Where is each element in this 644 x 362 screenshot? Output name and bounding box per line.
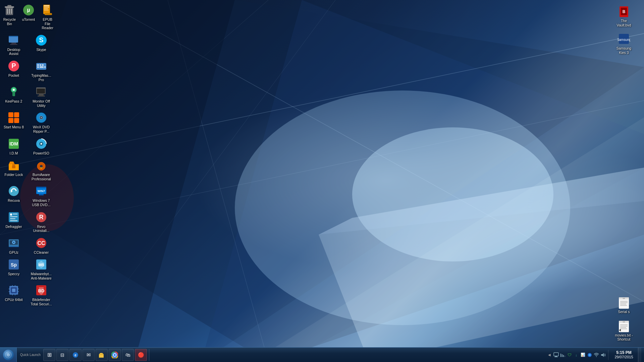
svg-point-49 <box>13 89 15 91</box>
svg-rect-28 <box>44 7 49 8</box>
svg-rect-58 <box>14 118 19 123</box>
svg-rect-90 <box>9 246 19 247</box>
svg-rect-139 <box>554 357 558 357</box>
quick-launch-icons: ⊞ ⊟ e ✉ <box>43 349 149 361</box>
svg-text:txt: txt <box>623 297 625 299</box>
svg-rect-57 <box>8 118 13 123</box>
svg-rect-51 <box>37 88 45 94</box>
svg-rect-53 <box>39 94 44 96</box>
svg-rect-34 <box>11 43 16 44</box>
svg-rect-46 <box>44 66 46 68</box>
svg-rect-27 <box>44 5 49 6</box>
desktop-icon-bitdefender[interactable]: BD Bitdefender Total Securi... <box>28 282 55 307</box>
tray-blue-icon[interactable] <box>587 352 593 358</box>
svg-point-72 <box>9 186 19 196</box>
desktop-icon-recycle-bin[interactable]: Recycle Bin <box>0 2 19 32</box>
start-button[interactable] <box>0 348 17 362</box>
tray-wifi-icon[interactable] <box>593 352 599 358</box>
svg-text:e: e <box>74 353 76 357</box>
taskbar-programs: Quick Launch ⊞ ⊟ e ✉ <box>17 348 282 362</box>
taskbar-store-btn[interactable]: 🛍 <box>122 349 134 361</box>
tray-monitor-icon[interactable] <box>553 352 559 358</box>
svg-rect-143 <box>565 356 565 357</box>
svg-rect-43 <box>42 64 44 66</box>
svg-rect-54 <box>38 96 45 97</box>
svg-rect-80 <box>13 214 17 215</box>
svg-rect-55 <box>8 112 13 117</box>
desktop-icon-cpuz[interactable]: CPUz 64bit <box>0 282 27 307</box>
svg-rect-81 <box>10 216 17 217</box>
desktop-icon-revo[interactable]: R Revo Uninstall... <box>28 209 55 234</box>
desktop-icon-monitor-off[interactable]: Monitor Off Utility <box>28 84 55 109</box>
desktop-icon-malwarebytes[interactable]: MB Malwarebyt... Anti-Malware <box>28 256 55 282</box>
svg-text:CC: CC <box>37 240 45 246</box>
desktop-icon-serial-s[interactable]: txt Serial s <box>609 294 639 315</box>
show-desktop-button[interactable] <box>638 348 641 362</box>
svg-rect-69 <box>13 165 14 166</box>
svg-text:WIN7: WIN7 <box>38 189 45 193</box>
desktop-icon-the-vault[interactable]: B The Vault.bvd <box>609 3 639 28</box>
taskbar-grid-btn[interactable]: ⊟ <box>56 349 68 361</box>
desktop-icon-keepass2[interactable]: KeePass 2 <box>0 84 27 109</box>
desktop-icon-win7-usb[interactable]: WIN7 Windows 7 USB DVD... <box>28 183 55 208</box>
desktop-icon-recuva[interactable]: Recuva <box>0 183 27 208</box>
desktop-icon-defraggler[interactable]: Defraggler <box>0 209 27 234</box>
desktop-icons-right: B The Vault.bvd Samsung Samsung Kies 3 <box>604 0 644 345</box>
desktop-icon-pocket[interactable]: P Pocket <box>0 58 27 83</box>
desktop-icon-folder-lock[interactable]: Folder Lock <box>0 157 27 182</box>
taskbar: Quick Launch ⊞ ⊟ e ✉ <box>0 347 644 362</box>
tray-security-icon[interactable]: 🛡 <box>567 352 573 358</box>
notification-arrow[interactable]: ◀ <box>546 352 552 358</box>
svg-rect-56 <box>14 112 19 117</box>
taskbar-mail-btn[interactable]: ✉ <box>83 349 95 361</box>
taskbar-other-btn[interactable]: 🔴 <box>135 349 147 361</box>
desktop-icon-samsung-kies3[interactable]: Samsung Samsung Kies 3 <box>609 31 639 56</box>
svg-rect-52 <box>36 87 46 88</box>
svg-point-89 <box>13 242 14 243</box>
desktop-icon-epub[interactable]: EPUB File Reader <box>38 2 57 32</box>
wallpaper-decoration <box>0 0 644 362</box>
svg-text:MB: MB <box>38 263 44 267</box>
desktop-icon-start-menu8[interactable]: Start Menu 8 <box>0 110 27 135</box>
desktop-icon-speccy[interactable]: Sp Speccy <box>0 256 27 282</box>
quick-launch-label: Quick Launch <box>18 353 43 357</box>
svg-rect-101 <box>18 289 19 289</box>
svg-text:S: S <box>39 36 43 44</box>
desktop-icon-typingmaster[interactable]: TypingMas... Pro <box>28 58 55 83</box>
svg-rect-104 <box>9 291 10 292</box>
desktop-icon-skype[interactable]: S Skype <box>28 32 55 57</box>
desktop-icon-winx-dvd[interactable]: WinX DVD Ripper P... <box>28 110 55 135</box>
svg-rect-35 <box>10 44 17 45</box>
svg-text:R: R <box>39 214 44 221</box>
svg-text:IDM: IDM <box>9 141 18 146</box>
tray-volume-icon[interactable] <box>600 352 606 358</box>
svg-rect-75 <box>36 187 46 188</box>
svg-point-61 <box>41 117 42 118</box>
tray-chart-icon[interactable]: 📊 <box>580 352 586 358</box>
svg-rect-82 <box>10 218 15 219</box>
taskbar-start-menu8[interactable]: ⊞ <box>43 349 55 361</box>
svg-rect-137 <box>554 353 558 356</box>
tray-network-icon[interactable] <box>560 352 566 358</box>
system-tray: ◀ 🛡 ↓ 📊 <box>544 348 644 362</box>
taskbar-chrome-btn[interactable] <box>109 349 121 361</box>
taskbar-ie-btn[interactable]: e <box>69 349 82 361</box>
svg-rect-48 <box>12 92 15 96</box>
svg-rect-138 <box>555 356 557 357</box>
desktop-icon-burnaware[interactable]: BurnAware Professional <box>28 157 55 182</box>
desktop-icon-ccleaner[interactable]: CC CCleaner <box>28 235 55 256</box>
desktop-icon-gpuz[interactable]: GPUz <box>0 235 27 256</box>
start-orb <box>3 350 14 360</box>
desktop-icon-desktop-assist[interactable]: Desktop Assist <box>0 32 27 57</box>
desktop-icon-utorrent[interactable]: µ uTorrent <box>19 2 38 32</box>
desktop-icon-idm[interactable]: IDM I.D.M <box>0 136 27 157</box>
desktop-icon-movies-shortcut[interactable]: txt movies.txt - Shortcut <box>609 318 639 343</box>
tray-download-icon[interactable]: ↓ <box>573 352 579 358</box>
svg-point-71 <box>40 165 43 168</box>
svg-rect-33 <box>9 36 18 37</box>
clock-area[interactable]: 5:15 PM 29/07/2015 <box>610 350 637 360</box>
svg-rect-42 <box>40 64 41 66</box>
desktop-icon-poweriso[interactable]: PowerISO <box>28 136 55 157</box>
desktop-icons-left: Recycle Bin µ uTorrent <box>0 0 57 362</box>
taskbar-explorer-btn[interactable] <box>96 349 108 361</box>
